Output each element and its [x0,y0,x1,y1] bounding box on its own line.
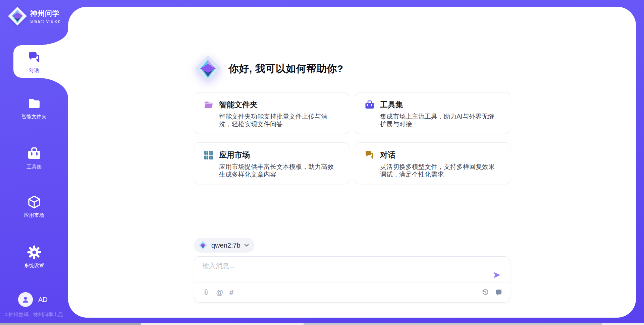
grid-icon [204,150,214,160]
sidebar-item-label: 对话 [29,67,39,74]
horizontal-scrollbar[interactable] [0,323,644,325]
scrollbar-thumb[interactable] [0,323,141,325]
comment-icon [495,289,502,296]
logo-diamond-icon [194,55,222,83]
model-selector[interactable]: qwen2:7b [194,238,255,253]
send-icon [492,271,501,279]
card-smart-folder[interactable]: 智能文件夹 智能文件夹功能支持批量文件上传与清洗，轻松实现文件问答 [194,92,349,134]
scrollbar-thumb[interactable] [304,323,602,325]
copyright-text: ©神州数码 · 神州问学出品 [5,312,68,318]
card-description: 应用市场提供丰富长文本模板，助力高效生成多样化文章内容 [219,163,339,178]
folder-open-icon [204,100,214,110]
logo-diamond-icon [198,240,208,250]
sidebar-item-app-market[interactable]: 应用市场 [0,194,68,218]
user-initials: AD [38,296,48,304]
cube-icon [26,194,42,210]
hash-icon: # [229,289,233,296]
attach-file-button[interactable] [202,288,210,297]
greeting-title: 你好, 我可以如何帮助你? [229,62,343,76]
history-icon [481,289,489,296]
sidebar-item-settings[interactable]: 系统设置 [0,245,68,269]
hashtag-button[interactable]: # [229,288,234,297]
sidebar-item-label: 应用市场 [24,212,44,218]
paperclip-icon [202,289,210,296]
sidebar-item-chat[interactable]: 对话 [0,50,68,74]
card-title: 对话 [380,150,395,160]
card-chat[interactable]: 对话 灵活切换多模型文件，支持多样回复效果调试，满足个性化需求 [355,142,510,184]
card-description: 智能文件夹功能支持批量文件上传与清洗，轻松实现文件问答 [219,113,339,128]
main-panel: 你好, 我可以如何帮助你? 智能文件夹 智能文件夹功能支持批量文件上传与清洗，轻… [68,7,636,318]
card-description: 集成市场上主流工具，助力AI与外界无缝扩展与对接 [380,113,500,128]
send-button[interactable] [491,269,502,281]
card-title: 工具集 [380,100,403,110]
app-logo: 神州问学 Smart Vision [7,6,61,26]
sidebar-item-label: 系统设置 [24,262,44,269]
card-app-market[interactable]: 应用市场 应用市场提供丰富长文本模板，助力高效生成多样化文章内容 [194,142,349,184]
model-name: qwen2:7b [211,242,240,249]
avatar [18,292,33,307]
app-subtitle: Smart Vision [30,19,61,24]
briefcase-icon [365,100,375,110]
message-composer: @ # [194,256,510,303]
card-title: 智能文件夹 [219,100,258,110]
sidebar-item-smart-folder[interactable]: 智能文件夹 [0,96,68,120]
at-icon: @ [216,289,223,296]
feedback-button[interactable] [494,288,503,297]
card-description: 灵活切换多模型文件，支持多样回复效果调试，满足个性化需求 [380,163,500,178]
history-button[interactable] [481,288,489,297]
card-toolset[interactable]: 工具集 集成市场上主流工具，助力AI与外界无缝扩展与对接 [355,92,510,134]
user-profile[interactable]: AD [18,292,48,307]
mention-button[interactable]: @ [215,288,224,297]
sidebar-item-label: 工具集 [26,164,42,170]
feature-cards: 智能文件夹 智能文件夹功能支持批量文件上传与清洗，轻松实现文件问答 工具集 集成… [194,92,510,184]
message-input[interactable] [202,261,491,280]
gear-icon [26,245,42,260]
sidebar-tab-curve-top [39,29,68,45]
folder-icon [26,96,42,111]
person-icon [21,295,30,304]
chat-icon [365,150,375,160]
sidebar-item-toolset[interactable]: 工具集 [0,146,68,170]
greeting-row: 你好, 我可以如何帮助你? [194,55,510,83]
sidebar-tab-curve-bottom [39,78,68,98]
app-name: 神州问学 [30,9,61,18]
sidebar-item-label: 智能文件夹 [21,114,47,120]
chat-icon [26,50,42,65]
card-title: 应用市场 [219,150,250,160]
briefcase-icon [26,146,42,161]
logo-diamond-icon [7,6,28,26]
chevron-down-icon [244,243,249,248]
